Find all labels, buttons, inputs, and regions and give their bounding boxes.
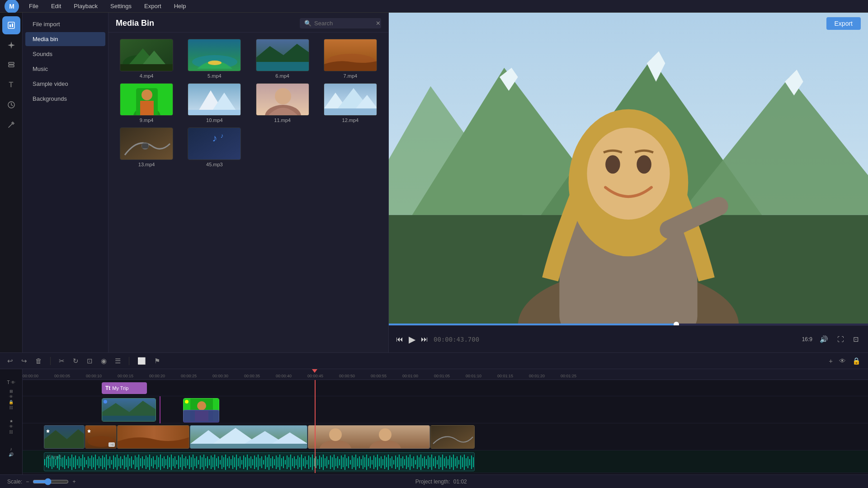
svg-rect-204 <box>261 456 262 468</box>
search-box[interactable]: 🔍 ✕ <box>300 18 381 28</box>
sidebar-icon-home[interactable] <box>2 16 20 34</box>
svg-rect-0 <box>8 22 14 28</box>
media-item-5mp4[interactable]: 5.mp4 <box>183 39 246 79</box>
svg-rect-60 <box>102 416 156 422</box>
svg-rect-101 <box>75 455 76 469</box>
ruler-mark-120: 00:01:20 <box>529 374 545 380</box>
svg-rect-145 <box>155 460 156 465</box>
svg-rect-304 <box>442 455 443 470</box>
crop-button[interactable]: ⊡ <box>85 356 94 366</box>
volume-button[interactable]: 🔊 <box>818 333 830 345</box>
svg-rect-3 <box>9 62 14 64</box>
redo-button[interactable]: ↪ <box>19 356 29 366</box>
cut-button[interactable]: ✂ <box>57 356 66 366</box>
next-frame-button[interactable]: ⏭ <box>421 335 428 343</box>
playback-bar[interactable] <box>389 324 868 325</box>
svg-rect-140 <box>146 455 146 469</box>
undo-button[interactable]: ↩ <box>5 356 15 366</box>
sidebar-icon-magic[interactable] <box>2 36 20 54</box>
media-label-11mp4: 11.mp4 <box>274 117 291 123</box>
svg-rect-166 <box>193 455 193 470</box>
file-panel-item-samplevideo[interactable]: Sample video <box>25 77 105 91</box>
eye-icon-1[interactable]: 👁 <box>11 380 15 385</box>
sidebar-icon-wrench[interactable] <box>2 116 20 134</box>
main-clip-5[interactable] <box>308 425 430 449</box>
delete-button[interactable]: 🗑 <box>33 356 44 366</box>
menu-export[interactable]: Export <box>142 2 164 10</box>
file-panel-item-sounds[interactable]: Sounds <box>25 47 105 61</box>
eye-toggle[interactable]: 👁 <box>837 356 848 366</box>
close-icon[interactable]: ✕ <box>376 20 381 27</box>
svg-rect-277 <box>393 460 394 465</box>
timeline-tracks: 00:00:00 00:00:05 00:00:10 00:00:15 00:0… <box>23 369 868 474</box>
svg-rect-247 <box>339 459 340 465</box>
svg-rect-297 <box>429 457 430 467</box>
sidebar-icon-layers[interactable] <box>2 56 20 74</box>
svg-rect-231 <box>310 457 311 467</box>
divider-1 <box>50 357 51 365</box>
media-item-4mp4[interactable]: 4.mp4 <box>115 39 178 79</box>
redo2-button[interactable]: ↻ <box>71 356 80 366</box>
svg-rect-268 <box>377 455 378 470</box>
media-item-11mp4[interactable]: 11.mp4 <box>251 83 314 123</box>
svg-rect-289 <box>415 460 416 465</box>
svg-rect-275 <box>390 458 391 466</box>
file-panel-item-backgrounds[interactable]: Backgrounds <box>25 92 105 106</box>
menu-edit[interactable]: Edit <box>48 2 64 10</box>
svg-rect-279 <box>397 457 398 467</box>
ruler-mark-35: 00:00:35 <box>244 374 260 380</box>
scene-button[interactable]: ⬜ <box>136 356 148 366</box>
main-clip-6[interactable] <box>430 425 475 449</box>
clip-overlay[interactable] <box>183 410 219 422</box>
color-button[interactable]: ◉ <box>99 356 108 366</box>
main-clip-4[interactable] <box>190 425 307 449</box>
menu-help[interactable]: Help <box>171 2 189 10</box>
main-clip-2[interactable]: ⊣ <box>85 425 117 449</box>
svg-rect-171 <box>202 457 203 467</box>
main-clip-3[interactable] <box>117 425 189 449</box>
file-panel-item-fileimport[interactable]: File import <box>25 17 105 31</box>
media-item-13mp4[interactable]: 13.mp4 <box>115 127 178 167</box>
title-clip-mytrip[interactable]: Tt My Trip <box>102 382 147 394</box>
svg-rect-96 <box>66 459 67 465</box>
svg-rect-224 <box>297 455 298 469</box>
playback-thumb[interactable] <box>674 322 679 325</box>
settings-button[interactable]: ⊡ <box>851 333 861 345</box>
video-clip-lake[interactable] <box>102 398 156 422</box>
audio-clip-45mp3[interactable]: 45.mp3 <box>44 452 475 471</box>
svg-rect-270 <box>381 456 382 468</box>
media-item-9mp4[interactable]: 9.mp4 <box>115 83 178 123</box>
svg-rect-253 <box>350 460 351 465</box>
svg-rect-138 <box>142 456 143 468</box>
scale-slider[interactable] <box>33 478 69 485</box>
sidebar-icon-text[interactable]: T <box>2 76 20 94</box>
svg-rect-215 <box>281 458 282 466</box>
file-panel-item-music[interactable]: Music <box>25 62 105 76</box>
media-item-7mp4[interactable]: 7.mp4 <box>319 39 382 79</box>
menu-file[interactable]: File <box>26 2 41 10</box>
media-item-10mp4[interactable]: 10.mp4 <box>183 83 246 123</box>
align-button[interactable]: ☰ <box>113 356 123 366</box>
marker-button[interactable]: ⚑ <box>152 356 162 366</box>
ruler-mark-45: 00:00:45 <box>307 374 323 380</box>
play-button[interactable]: ▶ <box>409 334 415 345</box>
media-item-12mp4[interactable]: 12.mp4 <box>319 83 382 123</box>
main-clip-1[interactable] <box>44 425 85 449</box>
media-item-6mp4[interactable]: 6.mp4 <box>251 39 314 79</box>
menu-settings[interactable]: Settings <box>108 2 134 10</box>
menu-playback[interactable]: Playback <box>71 2 100 10</box>
add-track-button[interactable]: + <box>827 356 835 366</box>
svg-rect-288 <box>413 456 414 468</box>
media-item-45mp3[interactable]: ♪ ♪ 45.mp3 <box>183 127 246 167</box>
sidebar-icon-clock[interactable] <box>2 96 20 114</box>
fullscreen-button[interactable]: ⛶ <box>835 333 846 345</box>
export-button[interactable]: Export <box>826 17 861 30</box>
search-input[interactable] <box>314 20 373 27</box>
lock-toggle[interactable]: 🔒 <box>850 356 863 366</box>
preview-top <box>389 13 868 325</box>
prev-frame-button[interactable]: ⏮ <box>396 335 403 343</box>
scale-minus-icon[interactable]: − <box>26 479 29 485</box>
svg-rect-299 <box>433 458 434 466</box>
scale-plus-icon[interactable]: + <box>72 479 75 485</box>
file-panel-item-mediabin[interactable]: Media bin <box>25 32 105 46</box>
